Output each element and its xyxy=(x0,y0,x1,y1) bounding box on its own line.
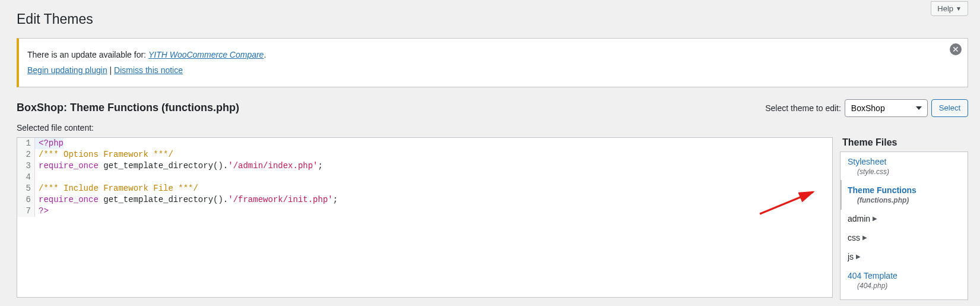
code-token: ?> xyxy=(39,206,49,216)
file-sub: (404.php) xyxy=(857,282,962,290)
dismiss-notice-link[interactable]: Dismiss this notice xyxy=(114,65,183,75)
code-keyword: require_once xyxy=(39,161,99,171)
file-item-archives[interactable]: Archives xyxy=(841,295,968,300)
theme-files-heading: Theme Files xyxy=(842,137,968,148)
line-number: 3 xyxy=(17,160,35,172)
begin-updating-link[interactable]: Begin updating plugin xyxy=(27,65,107,75)
file-heading: BoxShop: Theme Functions (functions.php) xyxy=(17,102,239,114)
select-button[interactable]: Select xyxy=(931,99,968,117)
code-editor[interactable]: 1<?php 2/*** Options Framework ***/ 3req… xyxy=(17,137,833,298)
line-number: 4 xyxy=(17,172,35,183)
line-number: 6 xyxy=(17,194,35,206)
file-item-functions[interactable]: Theme Functions (functions.php) xyxy=(840,181,968,209)
chevron-right-icon: ▶ xyxy=(856,253,861,260)
theme-select-group: Select theme to edit: BoxShop Select xyxy=(765,99,968,117)
chevron-right-icon: ▶ xyxy=(862,234,867,241)
notice-text: There is an update available for: xyxy=(27,50,148,59)
notice-sep: | xyxy=(107,65,114,75)
dir-label: js xyxy=(848,252,854,261)
file-sub: (style.css) xyxy=(857,168,962,176)
code-comment: /*** Include Framework File ***/ xyxy=(39,184,198,193)
file-sub: (functions.php) xyxy=(857,196,962,204)
line-number: 1 xyxy=(17,138,35,149)
file-label: Theme Functions xyxy=(848,185,916,195)
code-end: ; xyxy=(333,195,338,204)
code-string: '/framework/init.php' xyxy=(228,195,332,204)
code-token: <?php xyxy=(39,138,64,148)
help-label: Help xyxy=(937,4,953,13)
code-fn: get_template_directory(). xyxy=(99,195,228,204)
dir-label: css xyxy=(848,233,860,242)
chevron-down-icon: ▼ xyxy=(956,5,962,12)
file-label: Archives xyxy=(848,299,880,300)
select-theme-label: Select theme to edit: xyxy=(765,103,841,113)
chevron-right-icon: ▶ xyxy=(873,215,877,222)
selected-file-label: Selected file content: xyxy=(17,123,968,133)
update-notice: ✕ There is an update available for: YITH… xyxy=(17,38,968,87)
code-keyword: require_once xyxy=(39,195,99,204)
help-tab[interactable]: Help ▼ xyxy=(931,1,968,16)
code-blank xyxy=(35,172,39,183)
file-label: 404 Template xyxy=(848,271,897,280)
file-item-css[interactable]: css ▶ xyxy=(841,228,968,247)
theme-select[interactable]: BoxShop xyxy=(845,99,928,117)
file-item-admin[interactable]: admin ▶ xyxy=(841,209,968,228)
close-icon[interactable]: ✕ xyxy=(950,43,962,55)
line-number: 5 xyxy=(17,183,35,194)
line-number: 2 xyxy=(17,149,35,160)
file-tree[interactable]: Stylesheet (style.css) Theme Functions (… xyxy=(840,152,968,300)
code-end: ; xyxy=(318,161,323,171)
code-comment: /*** Options Framework ***/ xyxy=(39,150,173,159)
file-item-404[interactable]: 404 Template (404.php) xyxy=(841,266,968,295)
line-number: 7 xyxy=(17,206,35,217)
code-fn: get_template_directory(). xyxy=(99,161,228,171)
notice-plugin-link[interactable]: YITH WooCommerce Compare xyxy=(148,50,264,59)
file-item-js[interactable]: js ▶ xyxy=(841,247,968,266)
file-label: Stylesheet xyxy=(848,157,886,166)
dir-label: admin xyxy=(848,214,870,223)
notice-period: . xyxy=(264,50,266,59)
code-string: '/admin/index.php' xyxy=(228,161,318,171)
file-item-stylesheet[interactable]: Stylesheet (style.css) xyxy=(841,152,968,181)
page-title: Edit Themes xyxy=(17,6,968,30)
